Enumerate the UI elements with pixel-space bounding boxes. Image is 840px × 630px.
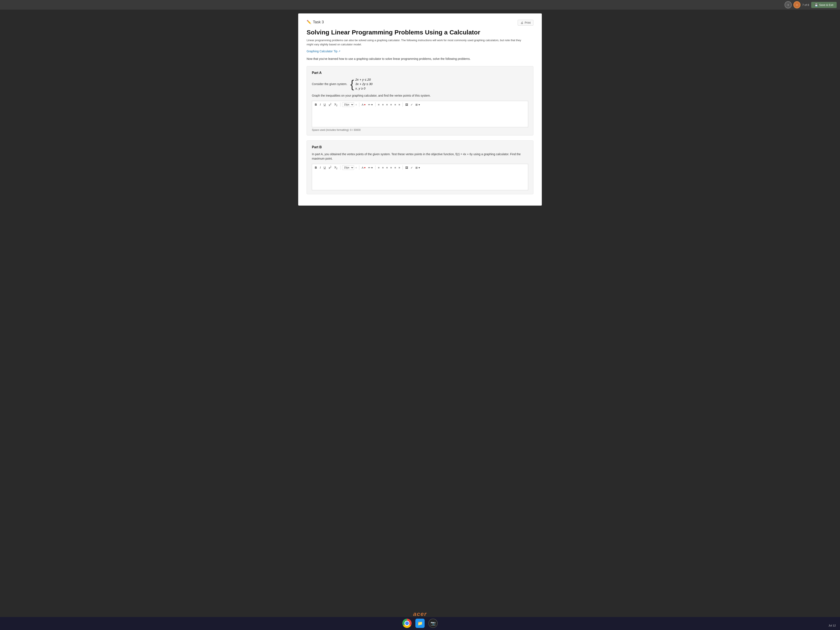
ordered-list-button-a[interactable]: ≡ (381, 103, 385, 107)
print-icon: 🖨 (520, 21, 523, 24)
toolbar-sep-b3 (375, 166, 376, 170)
align-right-button-b[interactable]: ≡ (398, 166, 401, 170)
save-exit-button[interactable]: 💾 Save & Exit (811, 2, 837, 8)
part-a-editor[interactable] (312, 108, 528, 127)
bold-button-a[interactable]: B (314, 102, 318, 107)
part-a-title: Part A (312, 71, 528, 75)
font-size-select-a[interactable]: 15px 12px 18px 24px (342, 102, 354, 107)
task-header: ✏️ Task 3 🖨 Print (306, 20, 534, 25)
part-b-section: Part B In part A, you obtained the verte… (306, 141, 534, 194)
image-button-a[interactable]: 🖼 (404, 103, 409, 107)
table-button-a[interactable]: ⊞ ▾ (415, 103, 421, 107)
part-b-editor[interactable] (312, 171, 528, 190)
part-b-toolbar: B I U x2 X2 15px 12px 18px 24px ∨ A ▾ ✏ … (312, 164, 528, 171)
highlight-button-b[interactable]: ✏ ▾ (367, 166, 374, 170)
table-button-b[interactable]: ⊞ ▾ (415, 166, 421, 170)
superscript-button-b[interactable]: x2 (328, 165, 332, 170)
underline-button-a[interactable]: U (322, 102, 327, 107)
font-color-button-a[interactable]: A ▾ (361, 103, 367, 107)
main-content: ✏️ Task 3 🖨 Print Solving Linear Program… (298, 13, 542, 205)
align-center-button-b[interactable]: ≡ (393, 166, 397, 170)
task-label: ✏️ Task 3 (306, 20, 324, 24)
consider-label: Consider the given system. (312, 82, 347, 86)
part-b-description: In part A, you obtained the vertex point… (312, 152, 528, 161)
align-center-button-a[interactable]: ≡ (393, 103, 397, 107)
subscript-button-a[interactable]: X2 (333, 102, 338, 107)
save-icon: 💾 (815, 3, 818, 6)
unordered-list-button-a[interactable]: ≡ (377, 103, 381, 107)
page-subtitle: Linear programming problems can also be … (306, 38, 522, 46)
files-icon[interactable]: 📁 (415, 619, 425, 628)
part-a-section: Part A Consider the given system. { 2x +… (306, 66, 534, 136)
align-right-button-a[interactable]: ≡ (398, 103, 401, 107)
top-bar: ‹ › 7 of 8 💾 Save & Exit (0, 0, 840, 9)
part-b-title: Part B (312, 145, 528, 149)
nav-text: 7 of 8 (802, 3, 809, 6)
superscript-button-a[interactable]: x2 (328, 102, 332, 107)
graph-instruction: Graph the inequalities on your graphing … (312, 93, 528, 98)
italic-button-a[interactable]: I (319, 102, 322, 107)
unordered-list-button-b[interactable]: ≡ (377, 166, 381, 170)
font-color-button-b[interactable]: A ▾ (361, 166, 367, 170)
date-badge: Jul 12 (829, 624, 836, 627)
pencil-icon: ✏️ (306, 20, 311, 24)
chrome-icon[interactable] (403, 619, 412, 628)
part-a-toolbar: B I U x2 X2 15px 12px 18px 24px ∨ A ▾ ✏ … (312, 101, 528, 108)
equations: 2x + y ≤ 20 3x + 2y ≤ 30 x, y ≥ 0 (355, 78, 373, 90)
calculator-tip-link[interactable]: Graphing Calculator Tip ↗ (306, 50, 340, 53)
nav-controls: ‹ › 7 of 8 (785, 1, 809, 8)
italic-button-b[interactable]: I (319, 165, 322, 170)
toolbar-sep-b4 (403, 166, 403, 170)
taskbar: 📁 📷 (0, 617, 840, 630)
align-left-button-b[interactable]: ≡ (390, 166, 393, 170)
external-link-icon: ↗ (338, 50, 340, 53)
page-title: Solving Linear Programming Problems Usin… (306, 28, 534, 36)
brace-symbol: { (350, 78, 354, 90)
align-left-button-a[interactable]: ≡ (390, 103, 393, 107)
math-system: { 2x + y ≤ 20 3x + 2y ≤ 30 x, y ≥ 0 (350, 78, 373, 90)
equation-2: 3x + 2y ≤ 30 (355, 82, 373, 86)
indent-left-button-b[interactable]: ≡ (385, 166, 389, 170)
print-button[interactable]: 🖨 Print (518, 20, 534, 25)
indent-left-button-a[interactable]: ≡ (385, 103, 389, 107)
consider-row: Consider the given system. { 2x + y ≤ 20… (312, 78, 528, 90)
part-a-space-used: Space used (includes formatting): 0 / 30… (312, 128, 528, 131)
bold-button-b[interactable]: B (314, 165, 318, 170)
equation-3: x, y ≥ 0 (355, 87, 373, 90)
font-size-select-b[interactable]: 15px 12px 18px 24px (342, 165, 354, 170)
acer-brand: acer (413, 611, 427, 617)
toolbar-sep-4 (403, 103, 403, 107)
toolbar-sep-3 (375, 103, 376, 107)
ordered-list-button-b[interactable]: ≡ (381, 166, 385, 170)
equation-1: 2x + y ≤ 20 (355, 78, 373, 81)
check-button-a[interactable]: ✓ (410, 103, 414, 107)
highlight-button-a[interactable]: ✏ ▾ (367, 103, 374, 107)
camera-icon[interactable]: 📷 (428, 619, 437, 628)
next-nav-button[interactable]: › (793, 1, 801, 8)
image-button-b[interactable]: 🖼 (404, 166, 409, 170)
prev-nav-button[interactable]: ‹ (785, 1, 792, 8)
subscript-button-b[interactable]: X2 (333, 165, 338, 170)
task-label-text: Task 3 (313, 20, 324, 24)
underline-button-b[interactable]: U (322, 165, 327, 170)
check-button-b[interactable]: ✓ (410, 166, 414, 170)
intro-text: Now that you've learned how to use a gra… (306, 57, 534, 61)
